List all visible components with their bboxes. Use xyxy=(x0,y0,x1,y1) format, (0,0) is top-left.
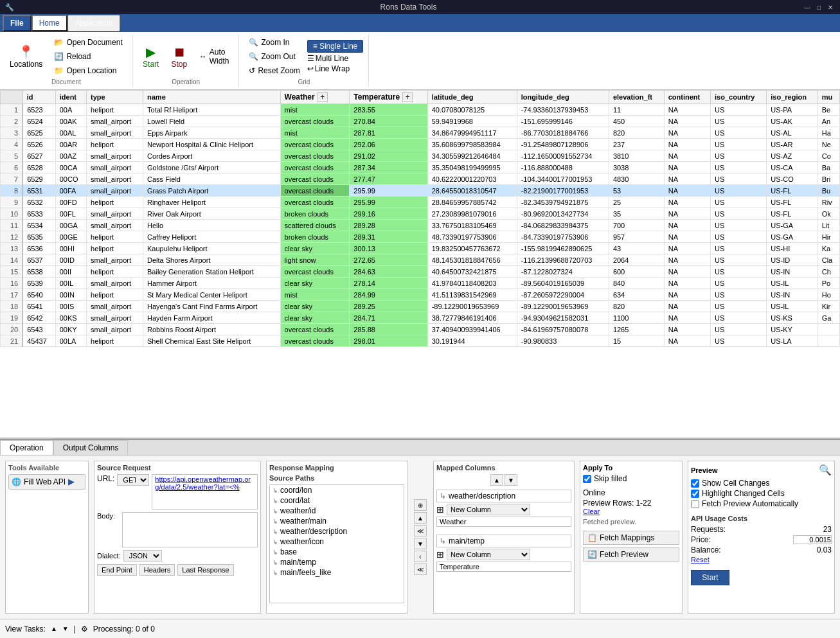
open-document-btn[interactable]: 📂 Open Document xyxy=(49,36,127,49)
close-btn[interactable]: ✕ xyxy=(826,3,835,12)
source-paths-box[interactable]: ↳ coord/lon ↳ coord/lat ↳ weather/id ↳ w… xyxy=(269,484,404,603)
headers-btn[interactable]: Headers xyxy=(139,564,175,576)
table-row[interactable]: 5652700AZsmall_airportCordes Airportover… xyxy=(1,150,840,162)
table-row[interactable]: 14653700IDsmall_airportDelta Shores Airp… xyxy=(1,254,840,266)
tasks-up-btn[interactable]: ▲ xyxy=(51,625,57,632)
col-header-name[interactable]: name xyxy=(143,91,281,104)
start-btn[interactable]: ▶ Start xyxy=(138,41,164,72)
mapped-nav-up[interactable]: ▲ xyxy=(490,474,503,486)
path-main-feels-like[interactable]: ↳ main/feels_like xyxy=(270,567,404,578)
remove-mapping-btn[interactable]: ≪ xyxy=(414,525,427,536)
open-location-btn[interactable]: 📁 Open Location xyxy=(49,64,127,77)
locations-btn[interactable]: 📍 Locations xyxy=(5,41,47,72)
path-weather-main[interactable]: ↳ weather/main xyxy=(270,516,404,526)
highlight-changed-checkbox[interactable] xyxy=(691,490,699,498)
fetch-auto-checkbox[interactable] xyxy=(691,500,699,508)
table-row[interactable]: 9653200FDheliportRinghaver Heliportoverc… xyxy=(1,197,840,208)
move-down-btn[interactable]: ▼ xyxy=(414,538,427,549)
table-row[interactable]: 8653100FAsmall_airportGrass Patch Airpor… xyxy=(1,185,840,197)
table-row[interactable]: 4652600ARheliportNewport Hospital & Clin… xyxy=(1,139,840,150)
move-all-down-btn[interactable]: ≪ xyxy=(414,563,427,575)
add-mapping-btn[interactable]: ⊕ xyxy=(414,499,427,511)
col-header-latitude[interactable]: latitude_deg xyxy=(427,91,517,104)
url-input[interactable]: https://api.openweathermap.org/data/2.5/… xyxy=(152,474,258,510)
maximize-btn[interactable]: □ xyxy=(814,3,823,12)
tab-output-columns[interactable]: Output Columns xyxy=(53,440,129,455)
col-header-mu[interactable]: mu xyxy=(818,91,839,104)
data-grid-container[interactable]: id ident type name Weather + Temperature… xyxy=(0,90,840,439)
single-line-btn[interactable]: ≡ Single Line xyxy=(307,40,363,53)
price-input[interactable] xyxy=(793,535,832,544)
path-weather-id[interactable]: ↳ weather/id xyxy=(270,506,404,516)
mapped-name-input-0[interactable] xyxy=(436,517,571,527)
tasks-down-btn[interactable]: ▼ xyxy=(62,625,69,632)
body-input[interactable] xyxy=(122,512,258,547)
table-row[interactable]: 214543700LAheliportShell Chemical East S… xyxy=(1,335,840,347)
multi-line-btn[interactable]: ☰ Multi Line xyxy=(307,54,363,63)
tab-operation[interactable]: Operation xyxy=(0,440,53,455)
stop-btn[interactable]: ⏹ Stop xyxy=(166,42,192,72)
zoom-in-btn[interactable]: 🔍 Zoom In xyxy=(244,36,304,49)
col-header-temperature[interactable]: Temperature + xyxy=(350,91,427,104)
table-row[interactable]: 7652900COsmall_airportCass Fieldovercast… xyxy=(1,173,840,185)
col-header-iso-country[interactable]: iso_country xyxy=(711,91,767,104)
auto-width-btn[interactable]: ↔ AutoWidth xyxy=(195,46,234,67)
reload-btn[interactable]: 🔄 Reload xyxy=(49,50,127,63)
col-header-weather[interactable]: Weather + xyxy=(280,91,350,104)
add-weather-col-btn[interactable]: + xyxy=(317,92,328,102)
add-temp-col-btn[interactable]: + xyxy=(402,92,413,102)
table-row[interactable]: 6652800CAsmall_airportGoldstone /Gts/ Ai… xyxy=(1,162,840,173)
table-row[interactable]: 2652400AKsmall_airportLowell Fieldoverca… xyxy=(1,116,840,127)
col-header-type[interactable]: type xyxy=(87,91,143,104)
table-row[interactable]: 20654300KYsmall_airportRobbins Roost Air… xyxy=(1,324,840,335)
reset-link[interactable]: Reset xyxy=(691,556,710,563)
col-header-elevation[interactable]: elevation_ft xyxy=(609,91,664,104)
last-response-btn[interactable]: Last Response xyxy=(177,564,233,576)
skip-filled-checkbox[interactable] xyxy=(583,475,591,483)
table-row[interactable]: 3652500ALsmall_airportEpps Airparkmist28… xyxy=(1,127,840,139)
path-weather-description[interactable]: ↳ weather/description xyxy=(270,526,404,536)
col-header-longitude[interactable]: longitude_deg xyxy=(517,91,609,104)
move-single-btn[interactable]: ‹ xyxy=(414,551,427,562)
col-header-ident[interactable]: ident xyxy=(55,91,86,104)
mapped-dropdown-0[interactable]: New Column xyxy=(447,504,530,515)
col-header-continent[interactable]: continent xyxy=(664,91,710,104)
fetch-preview-btn[interactable]: 🔄 Fetch Preview xyxy=(583,547,679,562)
show-cell-changes-checkbox[interactable] xyxy=(691,479,699,488)
fetch-mappings-btn[interactable]: 📋 Fetch Mappings xyxy=(583,531,679,545)
path-weather-icon[interactable]: ↳ weather/icon xyxy=(270,536,404,547)
path-coord-lat[interactable]: ↳ coord/lat xyxy=(270,495,404,506)
method-select[interactable]: GET POST xyxy=(117,474,149,486)
mapped-name-input-1[interactable] xyxy=(436,562,571,572)
table-row[interactable]: 10653300FLsmall_airportRiver Oak Airport… xyxy=(1,208,840,220)
col-header-iso-region[interactable]: iso_region xyxy=(767,91,818,104)
application-tab[interactable]: Application xyxy=(67,15,121,31)
table-row[interactable]: 17654000INheliportSt Mary Medical Center… xyxy=(1,289,840,301)
zoom-out-btn[interactable]: 🔍 Zoom Out xyxy=(244,50,304,63)
table-row[interactable]: 15653800IIheliportBailey Generation Stat… xyxy=(1,266,840,278)
minimize-btn[interactable]: — xyxy=(803,3,812,12)
mapped-nav-down[interactable]: ▼ xyxy=(505,474,517,486)
reset-zoom-btn[interactable]: ↺ Reset Zoom xyxy=(244,64,304,77)
table-row[interactable]: 13653600HIheliportKaupulehu Heliportclea… xyxy=(1,243,840,254)
col-header-id[interactable]: id xyxy=(22,91,55,104)
table-row[interactable]: 1652300AheliportTotal Rf Heliportmist283… xyxy=(1,104,840,116)
table-row[interactable]: 18654100ISsmall_airportHayenga's Cant Fi… xyxy=(1,301,840,312)
dialect-select[interactable]: JSON XML xyxy=(123,550,162,562)
table-row[interactable]: 16653900ILsmall_airportHammer Airportcle… xyxy=(1,278,840,289)
end-point-btn[interactable]: End Point xyxy=(97,564,137,576)
mapped-dropdown-1[interactable]: New Column xyxy=(447,549,530,560)
clear-link[interactable]: Clear xyxy=(583,508,600,515)
home-tab[interactable]: Home xyxy=(31,15,67,31)
file-menu[interactable]: File xyxy=(3,15,31,31)
table-row[interactable]: 19654200KSsmall_airportHayden Farm Airpo… xyxy=(1,312,840,324)
path-main-temp[interactable]: ↳ main/temp xyxy=(270,557,404,567)
path-base[interactable]: ↳ base xyxy=(270,547,404,557)
table-row[interactable]: 12653500GEheliportCaffrey Heliportbroken… xyxy=(1,231,840,243)
preview-settings-icon[interactable]: 🔍 xyxy=(819,464,832,476)
line-wrap-btn[interactable]: ↩ Line Wrap xyxy=(307,64,363,73)
panel-start-btn[interactable]: Start xyxy=(691,570,729,585)
path-coord-lon[interactable]: ↳ coord/lon xyxy=(270,485,404,495)
move-up-btn[interactable]: ▲ xyxy=(414,512,427,524)
table-row[interactable]: 11653400GAsmall_airportHelloscattered cl… xyxy=(1,220,840,231)
